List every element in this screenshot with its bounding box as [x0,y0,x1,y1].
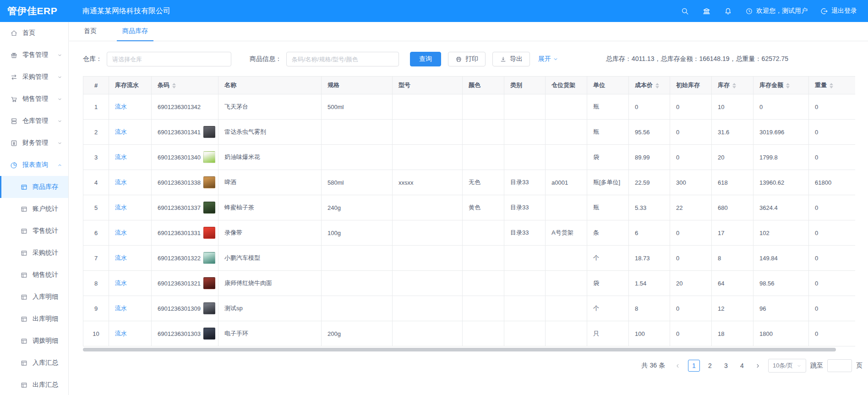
logout-button[interactable]: 退出登录 [820,7,857,15]
stock-flow-link[interactable]: 流水 [115,179,127,186]
product-thumbnail[interactable] [203,151,215,163]
cell-weight: 0 [809,94,856,120]
cell-flow: 流水 [109,296,152,321]
tab-goods-stock[interactable]: 商品库存 [121,27,149,41]
cell-weight: 0 [809,321,856,346]
stock-flow-link[interactable]: 流水 [115,280,127,286]
sidebar-item-label: 采购管理 [22,73,48,81]
sidebar-item-sales[interactable]: 销售管理 [0,88,68,110]
cell-flow: 流水 [109,220,152,246]
product-thumbnail[interactable] [203,126,215,138]
product-thumbnail[interactable] [203,227,215,239]
sidebar-item-outbound-summary[interactable]: 出库汇总 [0,374,68,395]
scrollbar-thumb[interactable] [83,348,836,351]
prev-page-button[interactable] [672,360,684,372]
sort-caret[interactable] [655,83,659,88]
barcode-wrap: 6901236301322 [158,252,212,264]
horizontal-scrollbar[interactable] [83,348,855,351]
warehouse-select[interactable] [107,52,231,66]
search-button[interactable]: 查询 [410,52,441,66]
chevron-down-icon [797,363,802,368]
sidebar-item-purchase-stats[interactable]: 采购统计 [0,242,68,264]
sidebar-item-retail[interactable]: 零售管理 [0,44,68,66]
column-header-2[interactable]: 条码 [152,77,218,94]
column-header-13[interactable]: 库存金额 [753,77,809,94]
sidebar-item-home[interactable]: 首页 [0,22,68,44]
cell-weight: 0 [809,246,856,271]
tab-home[interactable]: 首页 [83,27,98,41]
sidebar-item-inbound-detail[interactable]: 入库明细 [0,286,68,308]
cell-color [463,321,504,346]
download-icon [500,56,507,63]
jump-page-input[interactable] [827,359,852,372]
expand-link[interactable]: 展开 [538,55,558,63]
table-header-row: #库存流水条码名称规格型号颜色类别仓位货架单位成本价初始库存库存库存金额重量 [83,77,856,94]
retail-icon [10,51,18,59]
page-size-select[interactable]: 10条/页 [768,359,806,373]
stock-flow-link[interactable]: 流水 [115,229,127,236]
page-button-1[interactable]: 1 [688,360,700,372]
next-page-button[interactable] [752,360,764,372]
cell-color [463,271,504,296]
sidebar-item-reports[interactable]: 报表查询 [0,154,68,176]
column-header-14[interactable]: 重量 [809,77,856,94]
stock-flow-link[interactable]: 流水 [115,254,127,261]
sidebar-item-inbound-summary[interactable]: 入库汇总 [0,352,68,374]
column-header-12[interactable]: 库存 [712,77,753,94]
sidebar-item-outbound-detail[interactable]: 出库明细 [0,308,68,330]
sidebar-item-goods-stock[interactable]: 商品库存 [0,176,68,198]
sidebar-item-warehouse[interactable]: 仓库管理 [0,110,68,132]
sidebar-item-purchase[interactable]: 采购管理 [0,66,68,88]
sidebar-item-sales-stats[interactable]: 销售统计 [0,264,68,286]
cell-initial-stock: 0 [670,120,712,145]
list-icon [20,227,28,235]
product-info-input[interactable] [286,52,399,66]
search-icon[interactable] [681,7,689,16]
product-thumbnail[interactable] [203,252,215,264]
page-button-2[interactable]: 2 [704,360,716,372]
sidebar-item-account-stats[interactable]: 账户统计 [0,198,68,220]
stock-flow-link[interactable]: 流水 [115,103,127,110]
product-thumbnail[interactable] [203,328,215,340]
welcome-user[interactable]: 欢迎您，测试用户 [745,7,808,15]
stock-flow-link[interactable]: 流水 [115,128,127,135]
page-button-3[interactable]: 3 [720,360,732,372]
product-thumbnail[interactable] [203,202,215,214]
home-icon [10,29,18,37]
product-thumbnail[interactable] [203,302,215,314]
stock-flow-link[interactable]: 流水 [115,330,127,337]
stock-flow-link[interactable]: 流水 [115,154,127,160]
cell-spec [322,271,393,296]
print-button[interactable]: 打印 [448,52,486,66]
sidebar-item-finance[interactable]: 财务管理 [0,132,68,154]
cell-barcode: 6901236301321 [152,271,218,296]
sidebar-subitem-label: 调拨明细 [33,337,58,345]
column-header-10[interactable]: 成本价 [629,77,670,94]
cell-model [393,321,463,346]
bell-icon[interactable] [724,7,732,16]
sort-caret[interactable] [786,83,790,88]
sidebar-item-transfer-detail[interactable]: 调拨明细 [0,330,68,352]
sort-caret[interactable] [172,83,176,88]
cell-initial-stock: 22 [670,195,712,220]
jump-label: 跳至 [810,362,823,370]
cell-unit: 个 [587,296,629,321]
stock-flow-link[interactable]: 流水 [115,305,127,312]
cell-index: 10 [83,321,109,346]
export-button[interactable]: 导出 [492,52,530,66]
company-name: 南通某某网络科技有限公司 [82,6,170,16]
product-thumbnail[interactable] [203,277,215,289]
sort-caret[interactable] [732,83,736,88]
sidebar-item-retail-stats[interactable]: 零售统计 [0,220,68,242]
page-button-4[interactable]: 4 [736,360,748,372]
cell-stock-amount: 3624.4 [753,195,809,220]
filter-bar: 仓库： 商品信息： 查询 打印 导出 展开 总库存：4011.13，总库存金额：… [83,51,855,67]
barcode-text: 6901236301337 [158,204,201,211]
barcode-text: 6901236301340 [158,154,201,161]
sort-caret[interactable] [830,83,833,88]
product-thumbnail[interactable] [203,176,215,188]
stock-flow-link[interactable]: 流水 [115,204,127,211]
cell-unit: 个 [587,246,629,271]
sidebar-item-label: 首页 [22,29,35,37]
bank-icon[interactable] [702,7,711,16]
